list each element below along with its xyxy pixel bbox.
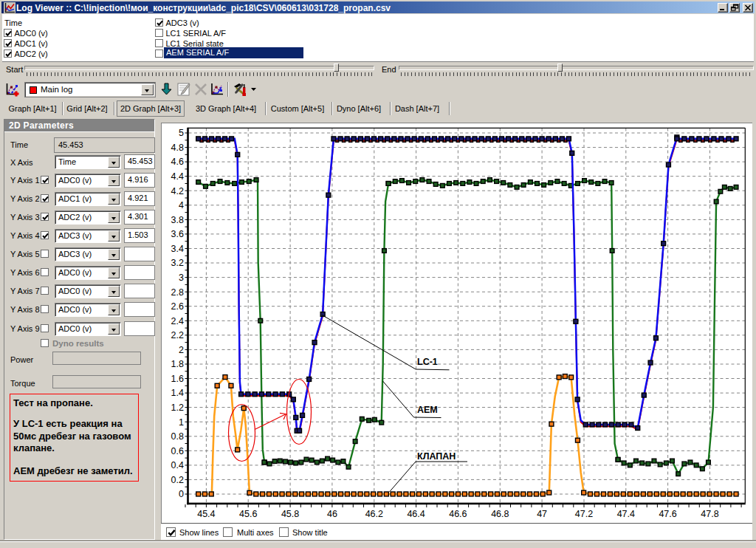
svg-text:LC-1: LC-1 (417, 357, 438, 367)
svg-text:0.2: 0.2 (171, 475, 184, 485)
svg-text:2.6: 2.6 (171, 301, 184, 312)
svg-text:КЛАПАН: КЛАПАН (417, 451, 456, 462)
svg-text:45.4: 45.4 (197, 509, 215, 519)
svg-text:0.4: 0.4 (171, 460, 184, 470)
svg-text:46.2: 46.2 (365, 509, 383, 519)
svg-text:2: 2 (179, 345, 184, 355)
svg-text:46.6: 46.6 (449, 509, 467, 519)
svg-text:4: 4 (179, 200, 184, 210)
svg-text:1.4: 1.4 (171, 388, 184, 398)
svg-text:2.2: 2.2 (171, 330, 184, 340)
svg-text:1: 1 (179, 417, 184, 428)
svg-text:5: 5 (179, 128, 184, 138)
svg-text:45.6: 45.6 (239, 509, 257, 519)
svg-text:3.4: 3.4 (171, 244, 184, 254)
svg-text:47.8: 47.8 (701, 509, 718, 519)
svg-text:47.6: 47.6 (659, 509, 676, 519)
svg-text:3.6: 3.6 (171, 229, 184, 239)
svg-text:46.8: 46.8 (491, 509, 509, 519)
svg-text:0.6: 0.6 (171, 446, 184, 456)
svg-text:47.2: 47.2 (575, 509, 593, 519)
svg-text:46.4: 46.4 (407, 509, 425, 519)
svg-text:4.4: 4.4 (171, 171, 184, 182)
svg-text:1.6: 1.6 (171, 374, 184, 384)
svg-text:1.8: 1.8 (171, 359, 184, 369)
svg-text:46: 46 (327, 509, 337, 519)
svg-text:4.2: 4.2 (171, 186, 184, 196)
svg-text:3.2: 3.2 (171, 258, 184, 268)
svg-text:1.2: 1.2 (171, 403, 184, 413)
svg-text:2.4: 2.4 (171, 316, 184, 326)
svg-text:0.8: 0.8 (171, 431, 184, 442)
svg-text:2.8: 2.8 (171, 287, 184, 298)
svg-text:47.4: 47.4 (617, 509, 635, 519)
svg-text:4.6: 4.6 (171, 157, 184, 167)
svg-text:45.8: 45.8 (281, 509, 299, 519)
svg-text:47: 47 (537, 509, 547, 519)
svg-text:0: 0 (179, 489, 184, 499)
svg-text:AEM: AEM (417, 405, 438, 415)
svg-text:3: 3 (179, 273, 184, 283)
svg-text:3.8: 3.8 (171, 215, 184, 225)
svg-text:4.8: 4.8 (171, 143, 184, 153)
